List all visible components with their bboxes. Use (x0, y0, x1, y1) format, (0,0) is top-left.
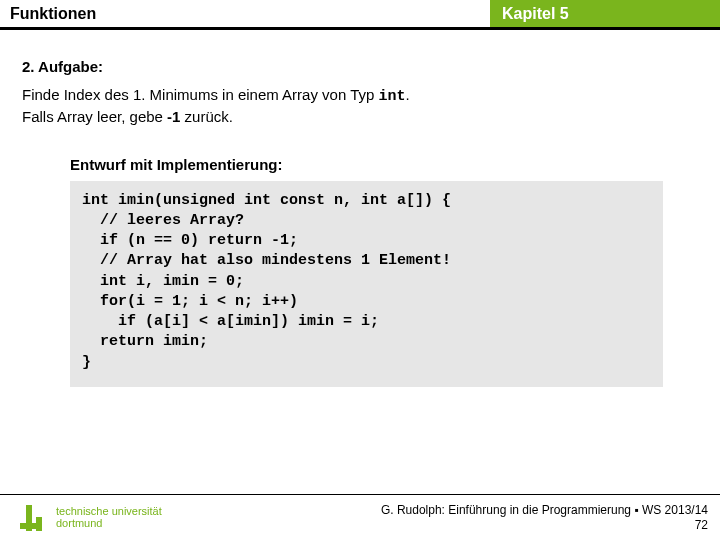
header-left-text: Funktionen (10, 5, 96, 22)
task-line1-b: . (406, 86, 410, 103)
uni-line2: dortmund (56, 517, 102, 529)
header-right-text: Kapitel 5 (502, 5, 569, 22)
task-description: Finde Index des 1. Minimums in einem Arr… (22, 85, 698, 128)
task-line2-b: zurück. (180, 108, 233, 125)
tu-logo-icon (18, 505, 48, 531)
content-area: 2. Aufgabe: Finde Index des 1. Minimums … (0, 30, 720, 387)
credit-text: G. Rudolph: Einführung in die Programmie… (381, 503, 708, 517)
slide-header: Funktionen Kapitel 5 (0, 0, 720, 30)
header-left: Funktionen (0, 0, 490, 30)
header-right: Kapitel 5 (490, 0, 720, 30)
slide-footer: technische universität dortmund G. Rudol… (0, 494, 720, 540)
task-line1-code: int (379, 88, 406, 105)
university-logo: technische universität dortmund (18, 505, 162, 531)
page-number: 72 (695, 518, 708, 532)
uni-line1: technische universität (56, 505, 162, 517)
task-line2-a: Falls Array leer, gebe (22, 108, 167, 125)
code-block: int imin(unsigned int const n, int a[]) … (70, 181, 663, 387)
task-line2-bold: -1 (167, 108, 180, 125)
footer-credit: G. Rudolph: Einführung in die Programmie… (381, 503, 708, 533)
university-name: technische universität dortmund (56, 506, 162, 529)
implementation-heading: Entwurf mit Implementierung: (70, 156, 698, 173)
task-heading: 2. Aufgabe: (22, 58, 698, 75)
task-line1-a: Finde Index des 1. Minimums in einem Arr… (22, 86, 379, 103)
